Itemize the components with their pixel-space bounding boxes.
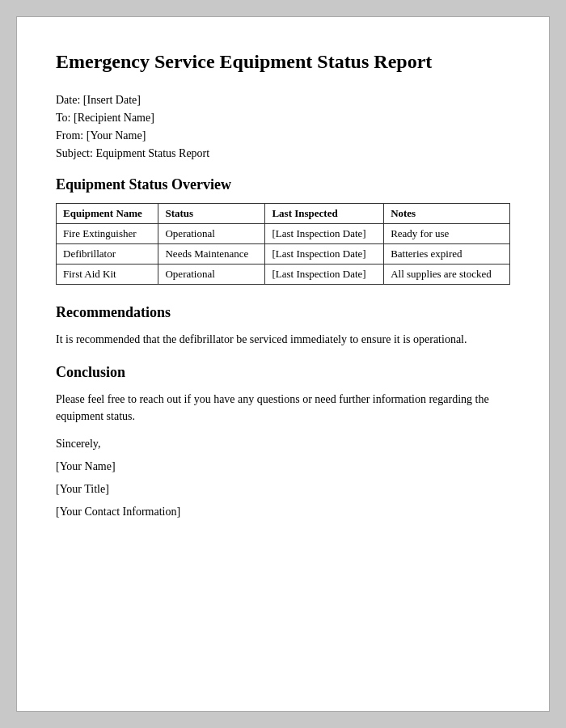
table-cell: Ready for use (384, 224, 510, 244)
table-cell: All supplies are stocked (384, 265, 510, 285)
date-field: Date: [Insert Date] (56, 94, 510, 107)
table-cell: Fire Extinguisher (57, 224, 158, 244)
recommendations-heading: Recommendations (56, 304, 510, 321)
table-cell: [Last Inspection Date] (265, 244, 384, 265)
table-cell: Operational (158, 224, 265, 244)
table-cell: [Last Inspection Date] (265, 224, 384, 244)
to-field: To: [Recipient Name] (56, 112, 510, 125)
table-cell: First Aid Kit (57, 265, 158, 285)
table-row: First Aid KitOperational[Last Inspection… (57, 265, 510, 285)
col-header-name: Equipment Name (57, 204, 158, 224)
sincerely-label: Sincerely, (56, 438, 510, 451)
report-title: Emergency Service Equipment Status Repor… (56, 49, 510, 74)
col-header-notes: Notes (384, 204, 510, 224)
table-cell: [Last Inspection Date] (265, 265, 384, 285)
signer-name: [Your Name] (56, 460, 510, 473)
signature-block: Sincerely, [Your Name] [Your Title] [You… (56, 438, 510, 518)
from-field: From: [Your Name] (56, 129, 510, 142)
table-cell: Batteries expired (384, 244, 510, 265)
table-cell: Needs Maintenance (158, 244, 265, 265)
recommendations-text: It is recommended that the defibrillator… (56, 331, 510, 348)
col-header-inspected: Last Inspected (265, 204, 384, 224)
signer-contact: [Your Contact Information] (56, 506, 510, 518)
table-cell: Operational (158, 265, 265, 285)
overview-heading: Equipment Status Overview (56, 176, 510, 193)
subject-field: Subject: Equipment Status Report (56, 147, 510, 160)
table-cell: Defibrillator (57, 244, 158, 265)
table-row: DefibrillatorNeeds Maintenance[Last Insp… (57, 244, 510, 265)
conclusion-heading: Conclusion (56, 364, 510, 381)
equipment-table: Equipment Name Status Last Inspected Not… (56, 203, 510, 285)
table-row: Fire ExtinguisherOperational[Last Inspec… (57, 224, 510, 244)
signer-title: [Your Title] (56, 483, 510, 496)
conclusion-text: Please feel free to reach out if you hav… (56, 391, 510, 425)
report-page: Emergency Service Equipment Status Repor… (16, 16, 550, 712)
table-header-row: Equipment Name Status Last Inspected Not… (57, 204, 510, 224)
col-header-status: Status (158, 204, 265, 224)
